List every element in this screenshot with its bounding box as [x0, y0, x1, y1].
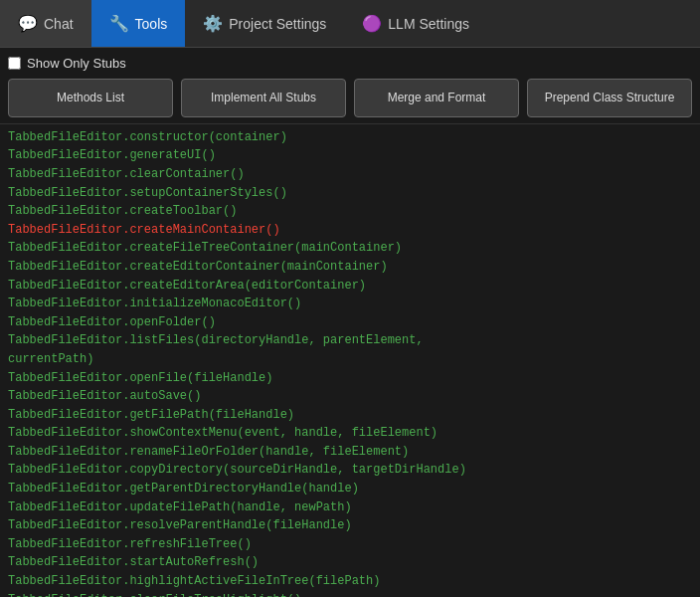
- nav-item-tools[interactable]: 🔧Tools: [91, 0, 186, 47]
- method-line[interactable]: TabbedFileEditor.createEditorContainer(m…: [8, 258, 692, 277]
- method-line[interactable]: TabbedFileEditor.generateUI(): [8, 146, 692, 165]
- method-line[interactable]: TabbedFileEditor.resolveParentHandle(fil…: [8, 516, 692, 535]
- method-line[interactable]: TabbedFileEditor.refreshFileTree(): [8, 535, 692, 554]
- buttons-row: Methods ListImplement All StubsMerge and…: [8, 79, 692, 117]
- method-line[interactable]: TabbedFileEditor.updateFilePath(handle, …: [8, 498, 692, 517]
- method-line[interactable]: TabbedFileEditor.clearContainer(): [8, 165, 692, 184]
- method-line[interactable]: TabbedFileEditor.listFiles(directoryHand…: [8, 331, 692, 350]
- method-line[interactable]: TabbedFileEditor.clearFileTreeHighlight(…: [8, 591, 692, 597]
- tools-icon: 🔧: [109, 14, 129, 33]
- method-line[interactable]: TabbedFileEditor.startAutoRefresh(): [8, 553, 692, 572]
- llm-settings-label: LLM Settings: [388, 16, 469, 32]
- nav-item-project-settings[interactable]: ⚙️Project Settings: [185, 0, 344, 47]
- method-line[interactable]: TabbedFileEditor.getFilePath(fileHandle): [8, 406, 692, 425]
- method-line[interactable]: TabbedFileEditor.setupContainerStyles(): [8, 184, 692, 203]
- project-settings-label: Project Settings: [229, 16, 326, 32]
- method-line[interactable]: TabbedFileEditor.copyDirectory(sourceDir…: [8, 461, 692, 480]
- show-stubs-row: Show Only Stubs: [8, 56, 692, 71]
- toolbar: Show Only Stubs Methods ListImplement Al…: [0, 48, 700, 124]
- method-line[interactable]: TabbedFileEditor.renameFileOrFolder(hand…: [8, 443, 692, 462]
- nav-bar: 💬Chat🔧Tools⚙️Project Settings🟣LLM Settin…: [0, 0, 700, 48]
- method-line[interactable]: TabbedFileEditor.initializeMonacoEditor(…: [8, 295, 692, 313]
- chat-icon: 💬: [18, 14, 38, 33]
- method-line[interactable]: TabbedFileEditor.highlightActiveFileInTr…: [8, 572, 692, 591]
- tool-button-methods-list[interactable]: Methods List: [8, 79, 173, 117]
- method-line[interactable]: TabbedFileEditor.createFileTreeContainer…: [8, 239, 692, 258]
- method-line[interactable]: TabbedFileEditor.openFolder(): [8, 313, 692, 332]
- show-stubs-checkbox[interactable]: [8, 57, 21, 70]
- tool-button-implement-all-stubs[interactable]: Implement All Stubs: [181, 79, 346, 117]
- method-line[interactable]: TabbedFileEditor.constructor(container): [8, 128, 692, 147]
- tools-label: Tools: [135, 16, 168, 32]
- llm-settings-icon: 🟣: [362, 14, 382, 33]
- method-line[interactable]: currentPath): [8, 350, 692, 369]
- show-stubs-label: Show Only Stubs: [27, 56, 126, 71]
- method-line[interactable]: TabbedFileEditor.createEditorArea(editor…: [8, 277, 692, 296]
- method-line[interactable]: TabbedFileEditor.autoSave(): [8, 387, 692, 406]
- method-line[interactable]: TabbedFileEditor.showContextMenu(event, …: [8, 424, 692, 443]
- tool-button-prepend-class-structure[interactable]: Prepend Class Structure: [527, 79, 692, 117]
- tool-button-merge-and-format[interactable]: Merge and Format: [354, 79, 519, 117]
- nav-item-llm-settings[interactable]: 🟣LLM Settings: [344, 0, 487, 47]
- main-content: Show Only Stubs Methods ListImplement Al…: [0, 48, 700, 597]
- method-line[interactable]: TabbedFileEditor.openFile(fileHandle): [8, 369, 692, 388]
- nav-item-chat[interactable]: 💬Chat: [0, 0, 91, 47]
- method-line[interactable]: TabbedFileEditor.createMainContainer(): [8, 221, 692, 240]
- chat-label: Chat: [44, 16, 74, 32]
- method-line[interactable]: TabbedFileEditor.getParentDirectoryHandl…: [8, 480, 692, 498]
- methods-area[interactable]: TabbedFileEditor.constructor(container)T…: [0, 124, 700, 597]
- project-settings-icon: ⚙️: [203, 14, 223, 33]
- method-line[interactable]: TabbedFileEditor.createToolbar(): [8, 202, 692, 221]
